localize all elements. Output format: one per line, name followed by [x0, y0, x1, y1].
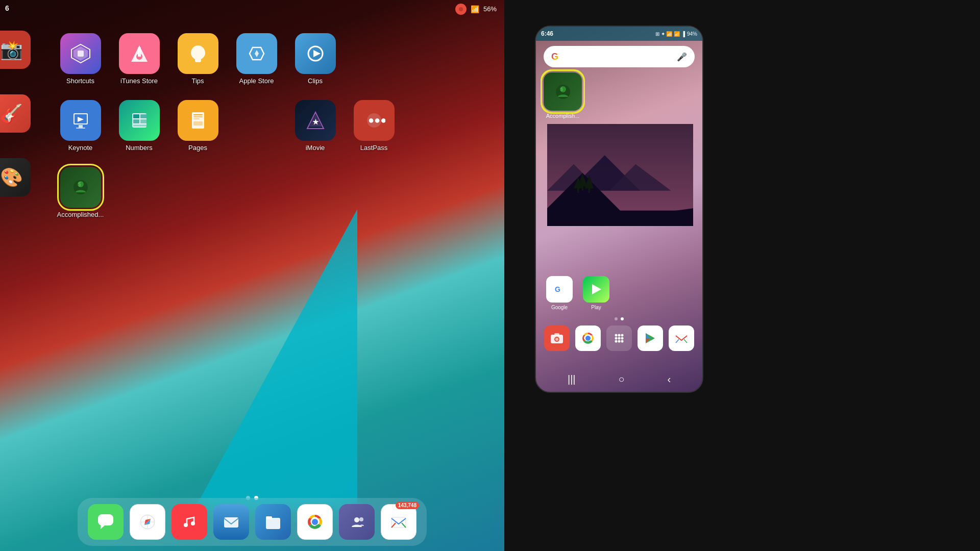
app-row-3: $ Accomplished... — [15, 167, 489, 218]
microphone-icon[interactable]: 🎤 — [677, 52, 687, 62]
svg-point-81 — [618, 334, 620, 337]
dock-mail[interactable] — [213, 504, 249, 540]
svg-rect-24 — [193, 121, 203, 126]
svg-text:★: ★ — [312, 118, 319, 126]
dock-music[interactable] — [172, 504, 207, 540]
tips-icon[interactable]: Tips — [174, 33, 222, 85]
svg-rect-66 — [589, 188, 590, 193]
android-battery: 94% — [687, 31, 697, 37]
shortcuts-icon[interactable]: Shortcuts — [56, 33, 105, 85]
accomplished-img: $ — [60, 167, 101, 208]
android-icons-group: ⊞ ✦ 📶 📶 ▐ — [655, 31, 685, 37]
pages-icon[interactable]: Pages — [174, 100, 222, 152]
apple-store-img — [236, 33, 277, 74]
android-dock-chrome[interactable] — [575, 325, 601, 351]
accomplished-label: Accomplished... — [57, 211, 104, 218]
apple-store-icon[interactable]: Apple Store — [232, 33, 281, 85]
accomplished-android-highlight: $ — [544, 72, 582, 111]
android-status-bar: 6:46 ⊞ ✦ 📶 📶 ▐ 94% — [536, 27, 702, 41]
record-indicator — [455, 4, 467, 15]
lastpass-icon[interactable]: ●●● LastPass — [350, 100, 398, 152]
svg-rect-45 — [266, 518, 280, 529]
svg-point-88 — [621, 340, 623, 343]
dock-messages[interactable] — [88, 504, 124, 540]
dock-safari[interactable] — [130, 504, 165, 540]
svg-text:$: $ — [78, 182, 81, 187]
svg-point-80 — [615, 334, 617, 337]
svg-rect-23 — [193, 118, 200, 119]
itunes-store-label: iTunes Store — [120, 77, 158, 85]
svg-rect-2 — [78, 51, 84, 57]
battery-status: 56% — [483, 5, 497, 13]
itunes-store-icon[interactable]: iTunes Store — [115, 33, 163, 85]
clips-icon[interactable]: Clips — [291, 33, 339, 85]
pages-label: Pages — [188, 144, 207, 152]
ipad-screen: 6 📶 56% 📸 🎸 🎨 Shortcuts iTunes — [0, 0, 504, 551]
svg-rect-16 — [140, 114, 146, 118]
svg-rect-52 — [391, 517, 406, 528]
svg-marker-34 — [101, 525, 105, 529]
svg-point-83 — [615, 337, 617, 340]
android-play-icon[interactable] — [583, 276, 609, 303]
svg-rect-17 — [133, 119, 139, 123]
android-search-bar[interactable]: G 🎤 — [544, 46, 695, 67]
android-dot-1[interactable] — [615, 317, 618, 320]
dock-gmail[interactable]: 143,748 — [381, 504, 416, 540]
android-dock-camera[interactable] — [544, 325, 570, 351]
svg-point-86 — [615, 340, 617, 343]
numbers-img — [119, 100, 160, 141]
android-play-app[interactable]: Play — [583, 276, 609, 310]
svg-point-82 — [621, 334, 623, 337]
imovie-icon[interactable]: ★ iMovie — [291, 100, 339, 152]
svg-rect-15 — [133, 114, 139, 118]
svg-point-49 — [312, 519, 317, 524]
apple-store-label: Apple Store — [239, 77, 274, 85]
imovie-label: iMovie — [306, 144, 325, 152]
dock-chrome[interactable] — [297, 504, 333, 540]
dock-files[interactable] — [255, 504, 291, 540]
android-nav-bar: ||| ○ ‹ — [536, 366, 702, 392]
svg-text:$: $ — [560, 87, 563, 92]
android-status-icons: ⊞ ✦ 📶 📶 ▐ 94% — [655, 31, 697, 37]
pages-img — [178, 100, 218, 141]
svg-rect-19 — [133, 124, 146, 127]
numbers-icon[interactable]: Numbers — [115, 100, 163, 152]
svg-rect-76 — [554, 333, 559, 336]
lastpass-img: ●●● — [354, 100, 395, 141]
android-dock-gmail[interactable] — [669, 325, 694, 351]
android-dot-2[interactable] — [621, 317, 624, 320]
svg-point-85 — [621, 337, 623, 340]
shortcuts-label: Shortcuts — [66, 77, 94, 85]
status-time: 6 — [5, 4, 9, 12]
gmail-badge: 143,748 — [396, 502, 419, 509]
dock-teams[interactable] — [339, 504, 375, 540]
android-dock-playstore[interactable] — [638, 325, 663, 351]
tips-img — [178, 33, 218, 74]
nav-home-btn[interactable]: ○ — [618, 373, 624, 385]
svg-text:●●●: ●●● — [368, 114, 385, 126]
android-google-app[interactable]: G Google — [546, 276, 573, 310]
svg-marker-8 — [313, 50, 321, 57]
android-google-icon[interactable]: G — [546, 276, 573, 303]
accomplished-android-icon[interactable]: $ — [544, 72, 582, 111]
itunes-store-img — [119, 33, 160, 74]
svg-text:G: G — [555, 285, 560, 293]
google-g-logo: G — [551, 52, 558, 62]
app-row-1: Shortcuts iTunes Store Tips Apple Store — [15, 33, 489, 85]
wifi-icon: 📶 — [471, 5, 479, 13]
svg-point-51 — [359, 517, 363, 521]
android-google-label: Google — [551, 305, 568, 310]
app-grid: Shortcuts iTunes Store Tips Apple Store — [0, 23, 504, 505]
nav-back-btn[interactable]: ‹ — [667, 373, 671, 385]
numbers-label: Numbers — [126, 144, 153, 152]
svg-rect-6 — [195, 61, 201, 62]
android-dock-apps[interactable] — [606, 325, 632, 351]
keynote-label: Keynote — [68, 144, 93, 152]
nav-menu-btn[interactable]: ||| — [568, 373, 576, 385]
keynote-icon[interactable]: Keynote — [56, 100, 105, 152]
accomplished-icon[interactable]: $ Accomplished... — [56, 167, 105, 218]
svg-rect-69 — [547, 211, 693, 226]
svg-rect-33 — [98, 514, 113, 525]
svg-rect-92 — [676, 335, 687, 343]
clips-label: Clips — [308, 77, 323, 85]
